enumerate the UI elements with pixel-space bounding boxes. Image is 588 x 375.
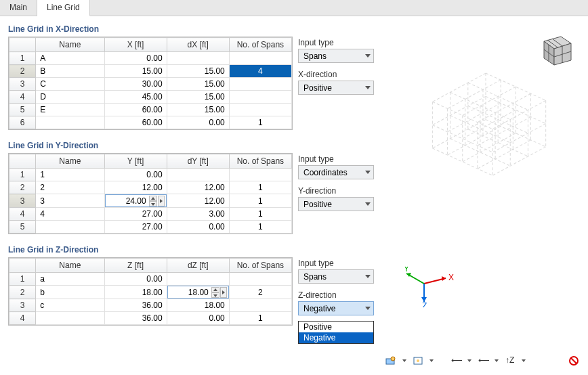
spin-down[interactable] <box>149 201 157 206</box>
row-number[interactable]: 1 <box>9 169 36 181</box>
cell-spans[interactable] <box>229 299 291 312</box>
col-header[interactable]: dY [ft] <box>167 154 229 169</box>
cell-delta[interactable]: 15.00 <box>167 104 229 116</box>
cell-name[interactable]: 3 <box>36 194 104 208</box>
cell-delta[interactable]: 12.00 <box>167 181 229 194</box>
col-header[interactable]: Name <box>36 154 104 169</box>
cell-name[interactable] <box>36 221 104 234</box>
cell-name[interactable]: 2 <box>36 181 104 194</box>
input-type-combo-z[interactable]: Spans <box>298 269 374 284</box>
cell-delta-spin[interactable]: 18.00 <box>167 286 229 299</box>
cell-value[interactable]: 30.00 <box>104 78 167 91</box>
cell-delta[interactable] <box>167 52 229 65</box>
cell-name[interactable]: D <box>36 91 104 104</box>
cell-delta[interactable]: 12.00 <box>167 194 229 208</box>
cell-name[interactable]: c <box>36 299 104 312</box>
cell-value-spin[interactable]: 24.00 <box>104 194 167 208</box>
reset-view-button[interactable] <box>565 353 583 369</box>
col-header[interactable]: Z [ft] <box>104 259 167 273</box>
input-type-combo-y[interactable]: Coordinates <box>298 165 374 179</box>
spin-up[interactable] <box>149 196 157 201</box>
cell-spans[interactable]: 1 <box>229 194 291 208</box>
cell-spans[interactable] <box>229 169 291 181</box>
spin-more[interactable] <box>220 287 227 298</box>
col-header[interactable]: Y [ft] <box>104 154 167 169</box>
input-type-combo-x[interactable]: Spans <box>298 49 374 63</box>
tab-main[interactable]: Main <box>0 0 37 16</box>
col-header[interactable]: dX [ft] <box>167 38 229 52</box>
cell-value[interactable]: 60.00 <box>104 104 167 116</box>
cell-spans[interactable] <box>229 52 291 65</box>
cell-spans[interactable]: 1 <box>229 181 291 194</box>
col-header[interactable]: dZ [ft] <box>167 259 229 273</box>
cell-name[interactable]: a <box>36 273 104 286</box>
row-number[interactable]: 4 <box>9 312 36 325</box>
row-number[interactable]: 2 <box>9 65 36 78</box>
spin-more[interactable] <box>158 196 165 206</box>
row-number[interactable]: 5 <box>9 221 36 234</box>
cell-name[interactable] <box>36 116 104 129</box>
z-axis-dropdown[interactable] <box>520 353 527 369</box>
grid-z[interactable]: NameZ [ft]dZ [ft]No. of Spans1a0.002b18.… <box>8 257 293 326</box>
cell-spans[interactable] <box>229 78 291 91</box>
cell-spans[interactable]: 4 <box>229 65 291 78</box>
cell-value[interactable]: 12.00 <box>104 181 167 194</box>
show-grid-button[interactable] <box>409 353 427 369</box>
col-header[interactable]: X [ft] <box>104 38 167 52</box>
cell-name[interactable]: E <box>36 104 104 116</box>
cell-spans[interactable] <box>229 104 291 116</box>
preview-3d[interactable]: X Y Z <box>383 23 581 348</box>
cell-value[interactable]: 0.00 <box>104 169 167 181</box>
cell-value[interactable]: 45.00 <box>104 91 167 104</box>
z-axis-button[interactable]: ↑Z <box>501 353 519 369</box>
cell-spans[interactable]: 1 <box>229 208 291 221</box>
cell-spans[interactable]: 1 <box>229 312 291 325</box>
dropdown-option[interactable]: Positive <box>299 322 373 332</box>
view-mode-dropdown[interactable] <box>401 353 408 369</box>
cell-value[interactable]: 15.00 <box>104 65 167 78</box>
cell-value[interactable]: 60.00 <box>104 116 167 129</box>
cell-value[interactable]: 36.00 <box>104 312 167 325</box>
cell-value[interactable]: 18.00 <box>104 286 167 299</box>
direction-combo-y[interactable]: Positive <box>298 197 374 211</box>
col-header[interactable]: No. of Spans <box>229 259 291 273</box>
cell-spans[interactable] <box>229 91 291 104</box>
direction-combo-x[interactable]: Positive <box>298 81 374 95</box>
row-number[interactable]: 3 <box>9 299 36 312</box>
spin-down[interactable] <box>211 292 219 298</box>
col-header[interactable]: Name <box>36 259 104 273</box>
dropdown-option[interactable]: Negative <box>299 332 373 343</box>
cell-delta[interactable]: 3.00 <box>167 208 229 221</box>
tab-line-grid[interactable]: Line Grid <box>37 0 90 16</box>
col-header[interactable]: No. of Spans <box>229 38 291 52</box>
cell-name[interactable]: B <box>36 65 104 78</box>
cell-spans[interactable]: 1 <box>229 221 291 234</box>
cell-value[interactable]: 27.00 <box>104 221 167 234</box>
cell-delta[interactable]: 0.00 <box>167 312 229 325</box>
cell-value[interactable]: 27.00 <box>104 208 167 221</box>
grid-x[interactable]: NameX [ft]dX [ft]No. of Spans1A0.002B15.… <box>8 37 293 130</box>
cell-spans[interactable]: 1 <box>229 116 291 129</box>
cell-name[interactable]: 1 <box>36 169 104 181</box>
row-number[interactable]: 2 <box>9 286 36 299</box>
cell-name[interactable]: 4 <box>36 208 104 221</box>
cell-value[interactable]: 0.00 <box>104 52 167 65</box>
col-header[interactable]: No. of Spans <box>229 154 291 169</box>
row-number[interactable]: 4 <box>9 208 36 221</box>
cell-name[interactable]: C <box>36 78 104 91</box>
cell-value[interactable]: 0.00 <box>104 273 167 286</box>
cell-delta[interactable] <box>167 273 229 286</box>
col-header[interactable]: Name <box>36 38 104 52</box>
cell-delta[interactable]: 15.00 <box>167 65 229 78</box>
row-number[interactable]: 5 <box>9 104 36 116</box>
cell-delta[interactable]: 0.00 <box>167 221 229 234</box>
row-number[interactable]: 3 <box>9 78 36 91</box>
row-number[interactable]: 1 <box>9 52 36 65</box>
cell-delta[interactable]: 0.00 <box>167 116 229 129</box>
x-axis-dropdown[interactable] <box>466 353 473 369</box>
cell-spans[interactable] <box>229 273 291 286</box>
y-axis-button[interactable]: ⟵Y <box>474 353 492 369</box>
cell-delta[interactable]: 15.00 <box>167 78 229 91</box>
grid-y[interactable]: NameY [ft]dY [ft]No. of Spans110.002212.… <box>8 153 293 234</box>
cell-name[interactable]: A <box>36 52 104 65</box>
